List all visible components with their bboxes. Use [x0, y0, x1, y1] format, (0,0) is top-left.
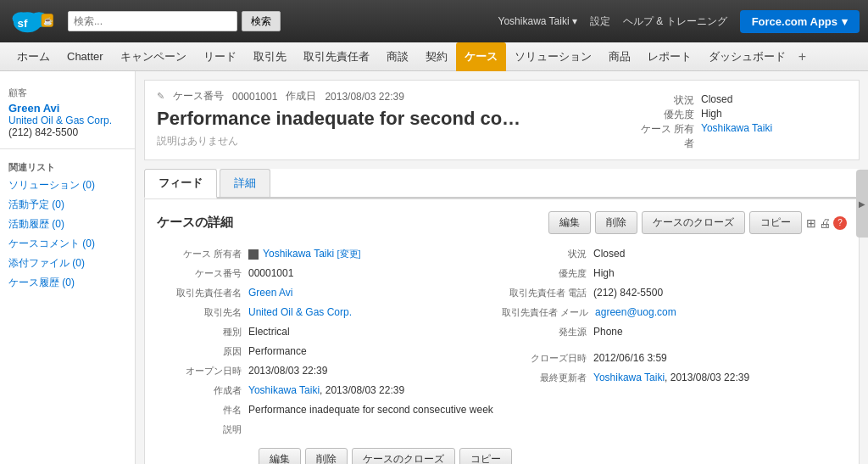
field-close-date-key: クローズ日時	[502, 352, 587, 365]
field-type-key: 種別	[157, 326, 242, 338]
nav-dashboard[interactable]: ダッシュボード	[700, 42, 794, 71]
last-updated-link[interactable]: Yoshikawa Taiki	[593, 372, 665, 383]
svg-text:☕: ☕	[43, 15, 53, 25]
tab-feed[interactable]: フィード	[144, 169, 217, 198]
force-apps-button[interactable]: Force.com Apps ▾	[740, 10, 860, 33]
bottom-close-case-button[interactable]: ケースのクローズ	[352, 448, 455, 464]
field-case-number-key: ケース番号	[157, 267, 242, 280]
sidebar-customer-section: 顧客 Green Avi United Oil & Gas Corp. (212…	[0, 80, 135, 142]
field-case-owner-val[interactable]: Yoshikawa Taiki [変更]	[248, 248, 361, 260]
sidebar-item-activities[interactable]: 活動予定 (0)	[0, 195, 135, 215]
print-icon[interactable]: 🖨	[819, 216, 831, 230]
nav-lead[interactable]: リード	[195, 42, 245, 71]
field-description: 説明	[157, 420, 502, 439]
field-last-updated-key: 最終更新者	[502, 372, 587, 384]
case-number-value: 00001001	[232, 91, 277, 103]
field-created-by: 作成者 Yoshikawa Taiki, 2013/08/03 22:39	[157, 381, 502, 400]
nav-opportunity[interactable]: 商談	[378, 42, 417, 71]
help-link[interactable]: ヘルプ & トレーニング	[623, 14, 727, 29]
created-by-link[interactable]: Yoshikawa Taiki	[248, 384, 320, 396]
sidebar-customer-company[interactable]: United Oil & Gas Corp.	[8, 115, 126, 126]
nav-solutions[interactable]: ソリューション	[506, 42, 600, 71]
settings-link[interactable]: 設定	[590, 14, 610, 29]
field-subject: 件名 Performance inadequate for second con…	[157, 400, 502, 420]
field-reason-val: Performance	[248, 345, 307, 357]
edit-pencil-icon[interactable]: ✎	[157, 91, 164, 102]
priority-value: High	[701, 108, 722, 122]
case-owner-row: ケース 所有者 Yoshikawa Taiki	[635, 122, 847, 151]
case-header-left: ✎ ケース番号 00001001 作成日 2013/08/03 22:39 Pe…	[157, 89, 618, 151]
change-link[interactable]: [変更]	[337, 249, 361, 259]
field-case-owner: ケース 所有者 Yoshikawa Taiki [変更]	[157, 244, 502, 264]
sidebar-item-case-history[interactable]: ケース履歴 (0)	[0, 273, 135, 293]
field-status-key: 状況	[502, 248, 587, 260]
search-button[interactable]: 検索	[242, 11, 281, 31]
sidebar: 顧客 Green Avi United Oil & Gas Corp. (212…	[0, 71, 136, 464]
case-header-inner: ✎ ケース番号 00001001 作成日 2013/08/03 22:39 Pe…	[157, 89, 847, 151]
field-priority-val: High	[593, 267, 615, 279]
field-contact-name-val[interactable]: Green Avi	[248, 287, 292, 299]
case-header-card: ✎ ケース番号 00001001 作成日 2013/08/03 22:39 Pe…	[144, 80, 860, 160]
tabs-bar: フィード 詳細	[144, 169, 860, 198]
field-reason-key: 原因	[157, 345, 242, 358]
case-number-label: ケース番号	[173, 89, 224, 103]
field-type: 種別 Electrical	[157, 322, 502, 342]
nav-chatter[interactable]: Chatter	[58, 42, 112, 71]
sidebar-customer-name[interactable]: Green Avi	[8, 102, 126, 115]
bottom-delete-button[interactable]: 削除	[305, 448, 348, 464]
nav-campaign[interactable]: キャンペーン	[112, 42, 195, 71]
field-contact-email-val[interactable]: agreen@uog.com	[595, 306, 676, 318]
field-status-val: Closed	[593, 248, 625, 260]
detail-col-right: 状況 Closed 優先度 High 取引先責任者 電話 (212) 842-5…	[502, 244, 847, 439]
field-account-name-val[interactable]: United Oil & Gas Corp.	[248, 306, 352, 318]
search-input[interactable]	[68, 11, 237, 31]
sidebar-item-case-comments[interactable]: ケースコメント (0)	[0, 234, 135, 254]
scroll-tab[interactable]: ▶	[856, 170, 868, 238]
delete-button[interactable]: 削除	[595, 211, 637, 234]
nav-contract[interactable]: 契約	[417, 42, 456, 71]
sidebar-item-solutions[interactable]: ソリューション (0)	[0, 176, 135, 195]
top-header: sf ☕ 検索 Yoshikawa Taiki ▾ 設定 ヘルプ & トレーニン…	[0, 0, 868, 42]
help-icon[interactable]: ?	[833, 216, 847, 230]
nav-home[interactable]: ホーム	[8, 42, 58, 71]
sidebar-item-activity-history[interactable]: 活動履歴 (0)	[0, 215, 135, 234]
copy-button[interactable]: コピー	[749, 211, 802, 234]
field-empty-1	[502, 342, 847, 349]
nav-case[interactable]: ケース	[456, 42, 506, 71]
field-last-updated: 最終更新者 Yoshikawa Taiki, 2013/08/03 22:39	[502, 368, 847, 388]
field-contact-phone-val: (212) 842-5500	[593, 287, 663, 299]
field-reason: 原因 Performance	[157, 342, 502, 361]
case-meta-line: ✎ ケース番号 00001001 作成日 2013/08/03 22:39	[157, 89, 618, 103]
grid-icon[interactable]: ⊞	[806, 216, 816, 230]
field-close-date: クローズ日時 2012/06/16 3:59	[502, 349, 847, 368]
created-label: 作成日	[286, 89, 316, 103]
bottom-edit-button[interactable]: 編集	[259, 448, 301, 464]
case-no-desc: 説明はありません	[157, 134, 618, 148]
sidebar-divider-1	[0, 148, 135, 149]
created-date: 2013/08/03 22:39	[325, 91, 403, 103]
nav-bar: ホーム Chatter キャンペーン リード 取引先 取引先責任者 商談 契約 …	[0, 42, 868, 71]
nav-contact[interactable]: 取引先責任者	[295, 42, 378, 71]
field-subject-val: Performance inadequate for second consec…	[248, 404, 493, 416]
edit-button[interactable]: 編集	[548, 211, 591, 234]
priority-key: 優先度	[635, 108, 694, 122]
status-key: 状況	[635, 93, 694, 108]
svg-text:sf: sf	[18, 16, 29, 29]
owner-value[interactable]: Yoshikawa Taiki	[701, 122, 772, 151]
bottom-copy-button[interactable]: コピー	[459, 448, 512, 464]
field-source-val: Phone	[593, 326, 623, 338]
nav-products[interactable]: 商品	[600, 42, 639, 71]
field-contact-name: 取引先責任者名 Green Avi	[157, 283, 502, 303]
sidebar-item-attachments[interactable]: 添付ファイル (0)	[0, 254, 135, 273]
header-right: Yoshikawa Taiki ▾ 設定 ヘルプ & トレーニング Force.…	[498, 10, 860, 33]
nav-account[interactable]: 取引先	[245, 42, 295, 71]
field-contact-phone: 取引先責任者 電話 (212) 842-5500	[502, 283, 847, 303]
nav-add-button[interactable]: +	[794, 49, 810, 64]
tab-detail[interactable]: 詳細	[220, 169, 270, 197]
field-account-name-key: 取引先名	[157, 306, 242, 319]
field-contact-phone-key: 取引先責任者 電話	[502, 287, 587, 299]
close-case-button[interactable]: ケースのクローズ	[642, 211, 745, 234]
user-name-link[interactable]: Yoshikawa Taiki ▾	[498, 15, 577, 27]
nav-reports[interactable]: レポート	[639, 42, 700, 71]
main-layout: 顧客 Green Avi United Oil & Gas Corp. (212…	[0, 71, 868, 464]
